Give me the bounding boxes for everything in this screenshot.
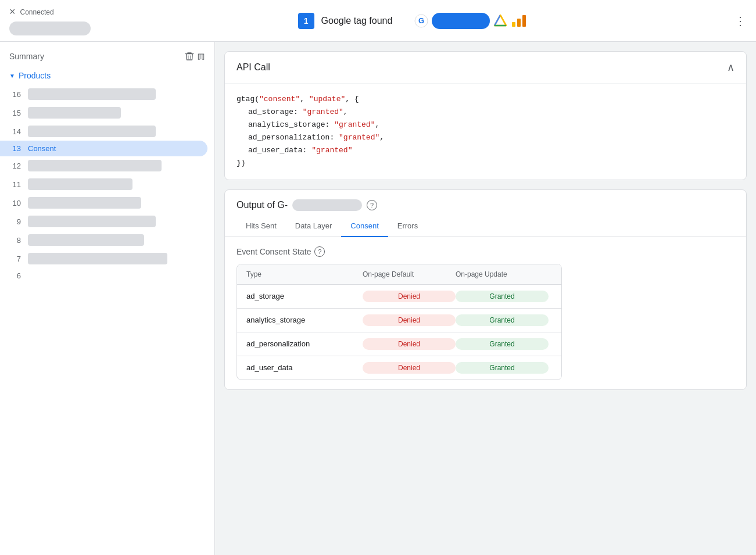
output-title: Output of G-: [237, 200, 288, 210]
list-item[interactable]: 10: [0, 194, 207, 212]
code-block: gtag("consent", "update", { ad_storage: …: [237, 93, 734, 170]
collapse-button[interactable]: ∧: [727, 61, 734, 74]
consent-type: ad_user_data: [246, 363, 363, 372]
event-consent-state-label: Event Consent State ?: [237, 246, 734, 257]
consent-type: analytics_storage: [246, 316, 363, 324]
consent-help-icon[interactable]: ?: [314, 246, 325, 257]
api-call-card: API Call ∧ gtag("consent", "update", { a…: [224, 51, 747, 180]
more-options-button[interactable]: ⋮: [734, 14, 747, 28]
connection-status: Connected: [20, 8, 54, 16]
api-call-title: API Call: [237, 62, 270, 73]
status-badge: Denied: [363, 291, 456, 302]
item-number: 16: [9, 90, 21, 99]
main-layout: Summary ▼ Products 16: [0, 42, 756, 555]
tabs: Hits Sent Data Layer Consent Errors: [225, 216, 746, 237]
svg-text:G: G: [418, 16, 424, 25]
output-card: Output of G- ? Hits Sent Data Layer Cons…: [224, 189, 747, 390]
item-number: 7: [9, 255, 21, 263]
svg-rect-7: [512, 22, 515, 27]
status-badge: Granted: [456, 362, 549, 374]
status-badge: Denied: [363, 314, 456, 326]
list-item[interactable]: 8: [0, 231, 207, 249]
item-bar: [28, 88, 156, 100]
google-ads-icon: [492, 13, 508, 29]
item-number: 8: [9, 236, 21, 245]
clear-button[interactable]: [184, 51, 205, 62]
list-item[interactable]: 9: [0, 212, 207, 231]
item-number: 10: [9, 199, 21, 207]
consent-type: ad_storage: [246, 292, 363, 300]
header-connected: × Connected: [9, 6, 91, 18]
gtag-icon: G: [413, 13, 429, 29]
item-bar: [28, 107, 121, 119]
col-header-type: Type: [246, 270, 363, 278]
item-bar: [28, 253, 167, 264]
status-badge: Granted: [456, 291, 549, 302]
tab-hits-sent[interactable]: Hits Sent: [237, 216, 286, 237]
item-bar: [28, 216, 156, 227]
tag-select-button[interactable]: [432, 13, 490, 29]
svg-marker-2: [495, 15, 506, 26]
api-call-header: API Call ∧: [225, 52, 746, 84]
close-button[interactable]: ×: [9, 6, 16, 18]
output-header: Output of G- ?: [225, 190, 746, 211]
tab-errors[interactable]: Errors: [388, 216, 427, 237]
item-number: 6: [9, 271, 21, 280]
header-left: × Connected: [9, 6, 91, 35]
status-badge: Granted: [456, 338, 549, 350]
list-item[interactable]: 14: [0, 122, 207, 141]
svg-rect-8: [517, 19, 521, 27]
list-item[interactable]: 12: [0, 156, 207, 175]
output-id-pill: [292, 199, 362, 211]
header-center: 1 Google tag found G: [298, 13, 528, 29]
summary-label: Summary: [9, 52, 44, 61]
item-bar: [28, 160, 162, 171]
item-number: 13: [9, 144, 21, 153]
consent-row: ad_user_data Denied Granted: [237, 356, 561, 379]
tag-icons: G: [413, 13, 527, 29]
item-bar: [28, 197, 141, 209]
list-item[interactable]: 7: [0, 249, 207, 268]
header-bar: × Connected 1 Google tag found G: [0, 0, 756, 42]
col-header-update: On-page Update: [456, 270, 549, 278]
item-label: Consent: [28, 144, 56, 153]
content-area: API Call ∧ gtag("consent", "update", { a…: [215, 42, 756, 555]
analytics-icon: [511, 13, 527, 29]
tag-title: Google tag found: [321, 16, 393, 26]
item-number: 12: [9, 162, 21, 170]
consent-table: Type On-page Default On-page Update ad_s…: [237, 264, 562, 380]
chevron-down-icon: ▼: [9, 73, 15, 79]
consent-row: ad_storage Denied Granted: [237, 285, 561, 309]
products-header[interactable]: ▼ Products: [0, 66, 214, 85]
status-badge: Granted: [456, 314, 549, 326]
status-badge: Denied: [363, 338, 456, 350]
consent-row: analytics_storage Denied Granted: [237, 309, 561, 332]
svg-marker-3: [495, 15, 506, 26]
sidebar-item-consent[interactable]: 13 Consent: [0, 141, 207, 156]
item-bar: [28, 178, 132, 190]
svg-line-5: [500, 15, 506, 26]
item-number: 9: [9, 217, 21, 226]
list-item[interactable]: 6: [0, 268, 207, 284]
sidebar-products-section: ▼ Products 16 15 14 13 Consent: [0, 66, 214, 288]
item-number: 11: [9, 180, 21, 189]
consent-type: ad_personalization: [246, 339, 363, 348]
item-number: 14: [9, 127, 21, 136]
sidebar-summary: Summary: [0, 42, 214, 66]
consent-table-header: Type On-page Default On-page Update: [237, 264, 561, 285]
header-right: ⋮: [734, 14, 747, 28]
list-item[interactable]: 11: [0, 175, 207, 194]
sidebar: Summary ▼ Products 16: [0, 42, 215, 555]
item-bar: [28, 126, 156, 137]
col-header-default: On-page Default: [363, 270, 456, 278]
tab-data-layer[interactable]: Data Layer: [286, 216, 342, 237]
list-item[interactable]: 16: [0, 85, 207, 103]
consent-section: Event Consent State ? Type On-page Defau…: [225, 237, 746, 389]
tab-consent[interactable]: Consent: [341, 216, 388, 237]
help-icon[interactable]: ?: [367, 200, 377, 210]
status-badge: Denied: [363, 362, 456, 374]
products-label: Products: [19, 71, 51, 80]
consent-row: ad_personalization Denied Granted: [237, 332, 561, 356]
svg-rect-9: [522, 15, 526, 27]
list-item[interactable]: 15: [0, 103, 207, 122]
